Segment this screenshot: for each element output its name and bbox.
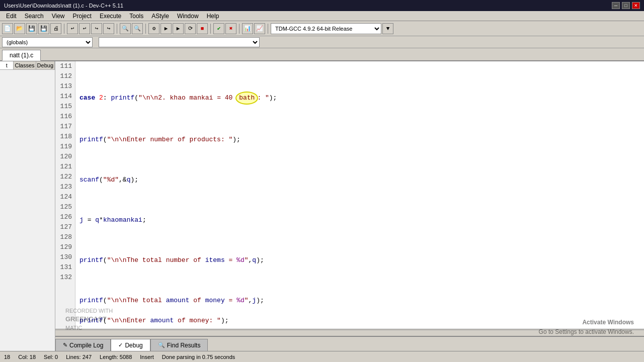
sep4 bbox=[210, 24, 211, 34]
line-111 bbox=[79, 71, 640, 81]
debug-icon: ✓ bbox=[118, 342, 123, 348]
sep6 bbox=[268, 24, 268, 34]
line-118: j = q*khaomankai; bbox=[79, 215, 640, 225]
tab-natt[interactable]: natt (1).c bbox=[2, 50, 41, 61]
sep5 bbox=[239, 24, 239, 34]
sep1 bbox=[64, 24, 64, 34]
status-row: 18 bbox=[4, 354, 10, 360]
status-message: Done parsing in 0.75 seconds bbox=[162, 354, 235, 360]
sep2 bbox=[117, 24, 117, 34]
menu-edit[interactable]: Edit bbox=[2, 12, 21, 20]
menu-execute[interactable]: Execute bbox=[96, 12, 125, 20]
line-116: scanf("%d",&q); bbox=[79, 175, 640, 185]
tb-undo[interactable]: ↩ bbox=[67, 23, 78, 34]
tb-print[interactable]: 🖨 bbox=[50, 23, 61, 34]
tb-replace[interactable]: 🔍 bbox=[132, 23, 143, 34]
tb-redo[interactable]: ↪ bbox=[91, 23, 102, 34]
left-panel-tabs: t Classes Debug bbox=[0, 61, 55, 70]
status-sel: Sel: 0 bbox=[44, 354, 58, 360]
line-115 bbox=[79, 155, 640, 165]
line-numbers: 111 112 113 114 115 116 117 118 119 120 … bbox=[55, 61, 75, 329]
left-tab-debug[interactable]: Debug bbox=[36, 61, 55, 69]
tb-search[interactable]: 🔍 bbox=[120, 23, 131, 34]
scope-toolbar: (globals) bbox=[0, 36, 644, 48]
bottom-tab-compile-log[interactable]: ✎ Compile Log bbox=[55, 339, 111, 351]
tb-compilerun[interactable]: ▶ bbox=[173, 23, 184, 34]
tb-redo2[interactable]: ↪ bbox=[103, 23, 114, 34]
line-117 bbox=[79, 195, 640, 205]
tb-compile[interactable]: ⚙ bbox=[148, 23, 159, 34]
status-lines: Lines: 247 bbox=[66, 354, 92, 360]
status-insert: Insert bbox=[140, 354, 154, 360]
scope-selector-2[interactable] bbox=[99, 37, 260, 47]
code-editor[interactable]: case 2: printf("\n\n2. khao mankai = 40 … bbox=[75, 61, 644, 329]
scope-selector-1[interactable]: (globals) bbox=[2, 37, 93, 47]
tb-dropdown-arrow[interactable]: ▼ bbox=[382, 23, 393, 34]
left-tab-classes[interactable]: Classes bbox=[14, 61, 36, 69]
tb-saveall[interactable]: 💾 bbox=[38, 23, 49, 34]
sep3 bbox=[145, 24, 146, 34]
bottom-tab-debug[interactable]: ✓ Debug bbox=[111, 339, 150, 351]
compile-log-icon: ✎ bbox=[63, 342, 67, 348]
maximize-button[interactable]: □ bbox=[622, 2, 630, 9]
tb-check[interactable]: ✔ bbox=[213, 23, 224, 34]
compiler-selector[interactable]: TDM-GCC 4.9.2 64-bit Release bbox=[271, 23, 381, 34]
tb-new[interactable]: 📄 bbox=[2, 23, 13, 34]
line-122: printf("\n\nThe total amount of money = … bbox=[79, 296, 640, 306]
watermark: RECORDED WITH GREENCAST MATIC bbox=[65, 307, 113, 332]
menu-bar: Edit Search View Project Execute Tools A… bbox=[0, 11, 644, 21]
line-114: printf("\n\nEnter number of products: ")… bbox=[79, 135, 640, 145]
tb-stop[interactable]: ■ bbox=[197, 23, 208, 34]
menu-help[interactable]: Help bbox=[203, 12, 223, 20]
left-tab-t[interactable]: t bbox=[0, 61, 14, 69]
activate-windows-notice: Activate Windows Go to Settings to activ… bbox=[539, 318, 634, 337]
menu-view[interactable]: View bbox=[48, 12, 69, 20]
editor-area: 111 112 113 114 115 116 117 118 119 120 … bbox=[55, 61, 644, 351]
line-119 bbox=[79, 235, 640, 245]
app-title: Users\User\Downloads\natt (1).c - Dev-C+… bbox=[4, 3, 123, 9]
menu-tools[interactable]: Tools bbox=[125, 12, 147, 20]
line-113 bbox=[79, 115, 640, 125]
menu-project[interactable]: Project bbox=[69, 12, 96, 20]
highlight-bath: bath bbox=[235, 92, 258, 105]
line-120: printf("\n\nThe total number of items = … bbox=[79, 255, 640, 265]
tb-chart1[interactable]: 📊 bbox=[242, 23, 253, 34]
tb-rebuildall[interactable]: ⟳ bbox=[185, 23, 196, 34]
status-col: Col: 18 bbox=[18, 354, 36, 360]
minimize-button[interactable]: ─ bbox=[612, 2, 620, 9]
title-bar: Users\User\Downloads\natt (1).c - Dev-C+… bbox=[0, 0, 644, 11]
tb-open[interactable]: 📂 bbox=[14, 23, 25, 34]
bottom-tabs: ✎ Compile Log ✓ Debug 🔍 Find Results bbox=[55, 337, 208, 351]
window-controls[interactable]: ─ □ ✕ bbox=[612, 2, 640, 9]
main-toolbar: 📄 📂 💾 💾 🖨 ↩ ↩ ↪ ↪ 🔍 🔍 ⚙ ▶ ▶ ⟳ ■ ✔ ✖ 📊 📈 … bbox=[0, 21, 644, 36]
tb-cross[interactable]: ✖ bbox=[225, 23, 236, 34]
status-bar: 18 Col: 18 Sel: 0 Lines: 247 Length: 508… bbox=[0, 351, 644, 362]
close-button[interactable]: ✕ bbox=[632, 2, 640, 9]
tab-bar: natt (1).c bbox=[0, 48, 644, 61]
left-panel: t Classes Debug bbox=[0, 61, 55, 351]
bottom-tab-find-results[interactable]: 🔍 Find Results bbox=[150, 339, 208, 351]
bottom-panel: ✎ Compile Log ✓ Debug 🔍 Find Results bbox=[55, 336, 644, 351]
code-container: 111 112 113 114 115 116 117 118 119 120 … bbox=[55, 61, 644, 329]
tb-undo2[interactable]: ↩ bbox=[79, 23, 90, 34]
line-121 bbox=[79, 276, 640, 286]
tb-save[interactable]: 💾 bbox=[26, 23, 37, 34]
menu-window[interactable]: Window bbox=[173, 12, 203, 20]
find-results-icon: 🔍 bbox=[158, 342, 165, 348]
line-112: case 2: printf("\n\n2. khao mankai = 40 … bbox=[79, 92, 640, 105]
status-length: Length: 5088 bbox=[100, 354, 132, 360]
menu-search[interactable]: Search bbox=[21, 12, 48, 20]
tb-run[interactable]: ▶ bbox=[160, 23, 172, 34]
menu-astyle[interactable]: AStyle bbox=[147, 12, 173, 20]
tb-chart2[interactable]: 📈 bbox=[254, 23, 265, 34]
